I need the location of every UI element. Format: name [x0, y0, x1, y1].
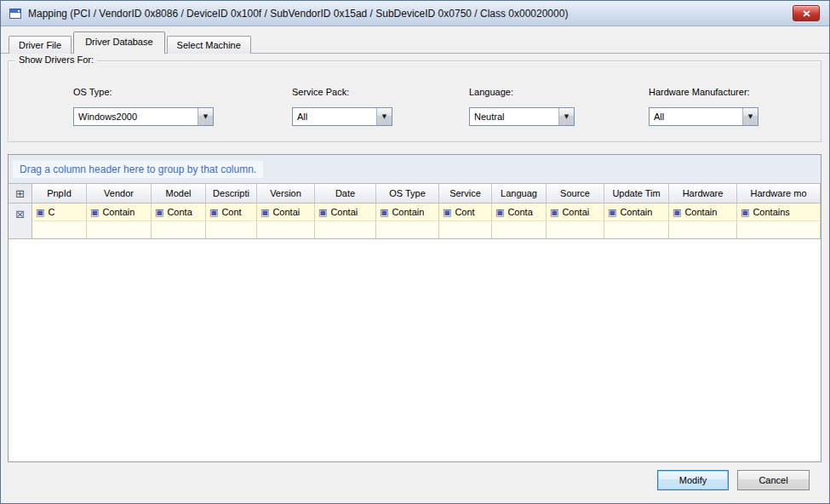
- filter-cell-date[interactable]: ▣Contai: [315, 203, 376, 238]
- tab-driver-file-label: Driver File: [19, 40, 61, 50]
- column-header-service[interactable]: Service: [439, 184, 492, 203]
- column-header-source[interactable]: Source: [547, 184, 604, 203]
- filter-cell-text: Contain: [620, 207, 652, 218]
- filter-cell-hardware[interactable]: ▣Contain: [669, 203, 737, 238]
- filter-condition-icon[interactable]: ▣: [550, 207, 558, 218]
- filter-cell-version[interactable]: ▣Contai: [257, 203, 315, 238]
- tab-driver-file[interactable]: Driver File: [9, 36, 72, 54]
- show-drivers-group-title: Show Drivers For:: [15, 54, 97, 65]
- filter-condition-icon[interactable]: ▣: [90, 207, 99, 218]
- language-dropdown-button[interactable]: ▼: [558, 108, 574, 125]
- title-bar[interactable]: Mapping (PCI / VendorID 0x8086 / DeviceI…: [1, 1, 829, 26]
- filter-condition-icon[interactable]: ▣: [155, 207, 163, 218]
- show-drivers-group: Show Drivers For: OS Type: Windows2000 ▼…: [8, 60, 821, 142]
- column-header-pnpid[interactable]: PnpId: [32, 184, 87, 203]
- column-header-update-tim[interactable]: Update Tim: [604, 184, 669, 203]
- column-header-hardware[interactable]: Hardware: [669, 184, 737, 203]
- grid-customize-button[interactable]: ⊞: [9, 184, 32, 203]
- column-header-descripti[interactable]: Descripti: [206, 184, 257, 203]
- os-type-value: Windows2000: [74, 108, 197, 125]
- filter-condition-icon[interactable]: ▣: [741, 207, 749, 218]
- filter-condition-icon[interactable]: ▣: [36, 207, 44, 218]
- filter-condition-icon[interactable]: ▣: [209, 207, 218, 218]
- column-header-version[interactable]: Version: [257, 184, 315, 203]
- column-header-os-type[interactable]: OS Type: [376, 184, 439, 203]
- tab-select-machine[interactable]: Select Machine: [167, 36, 251, 54]
- filter-condition-icon[interactable]: ▣: [443, 207, 451, 218]
- filter-cell-text: Contai: [330, 207, 358, 218]
- column-header-hardware-mo[interactable]: Hardware mo: [737, 184, 821, 203]
- filter-condition-icon[interactable]: ▣: [495, 207, 504, 218]
- filter-condition-icon[interactable]: ▣: [608, 207, 616, 218]
- grid-filter-row: ⊠ ▣C▣Contain▣Conta▣Cont▣Contai▣Contai▣Co…: [9, 203, 821, 239]
- filter-cell-vendor[interactable]: ▣Contain: [87, 203, 152, 238]
- cancel-button[interactable]: Cancel: [737, 470, 810, 490]
- filter-cell-hardware-mo[interactable]: ▣Contains: [737, 203, 821, 238]
- filter-condition-icon[interactable]: ▣: [260, 207, 269, 218]
- filter-cell-model[interactable]: ▣Conta: [152, 203, 206, 238]
- filter-condition-icon[interactable]: ▣: [673, 207, 681, 218]
- filter-cell-text: Contain: [102, 207, 135, 218]
- filter-cell-text: Cont: [221, 207, 241, 218]
- filter-cell-text: Conta: [507, 207, 532, 218]
- grid-header-row: ⊞ PnpIdVendorModelDescriptiVersionDateOS…: [9, 184, 821, 203]
- column-header-vendor[interactable]: Vendor: [87, 184, 152, 203]
- column-header-model[interactable]: Model: [152, 184, 206, 203]
- tab-strip: Driver File Driver Database Select Machi…: [1, 32, 829, 54]
- filter-cell-text: Contai: [272, 207, 300, 218]
- filter-cell-pnpid[interactable]: ▣C: [32, 203, 87, 238]
- filter-cell-text: Contains: [753, 207, 789, 218]
- tab-driver-database[interactable]: Driver Database: [73, 32, 164, 54]
- filter-condition-icon[interactable]: ▣: [318, 207, 327, 218]
- filter-cell-text: Conta: [167, 207, 192, 218]
- close-icon: [803, 10, 810, 17]
- filter-cell-os-type[interactable]: ▣Contain: [376, 203, 439, 238]
- filter-cell-text: Contai: [562, 207, 589, 218]
- mapping-dialog: Mapping (PCI / VendorID 0x8086 / DeviceI…: [0, 0, 830, 504]
- dropdown-arrow-icon: ▼: [382, 113, 386, 120]
- filter-cell-text: Contain: [684, 207, 717, 218]
- window-title: Mapping (PCI / VendorID 0x8086 / DeviceI…: [28, 1, 778, 26]
- customize-grid-icon: ⊞: [15, 187, 25, 200]
- group-by-panel[interactable]: Drag a column header here to group by th…: [9, 155, 821, 184]
- filter-cell-text: Cont: [455, 207, 474, 218]
- group-by-hint: Drag a column header here to group by th…: [13, 161, 263, 178]
- hardware-manufacturer-select[interactable]: All ▼: [649, 107, 758, 126]
- service-pack-dropdown-button[interactable]: ▼: [376, 108, 392, 125]
- column-header-languag[interactable]: Languag: [492, 184, 547, 203]
- filter-condition-icon[interactable]: ▣: [380, 207, 388, 218]
- filter-cell-source[interactable]: ▣Contai: [547, 203, 604, 238]
- hardware-manufacturer-dropdown-button[interactable]: ▼: [742, 108, 758, 125]
- column-header-date[interactable]: Date: [315, 184, 376, 203]
- dropdown-arrow-icon: ▼: [203, 113, 208, 120]
- filter-row-indicator[interactable]: ⊠: [9, 203, 32, 238]
- filter-cell-service[interactable]: ▣Cont: [439, 203, 492, 238]
- tab-select-machine-label: Select Machine: [177, 40, 241, 50]
- hardware-manufacturer-label: Hardware Manufacturer:: [649, 87, 750, 97]
- filter-cell-update-tim[interactable]: ▣Contain: [604, 203, 669, 238]
- os-type-label: OS Type:: [73, 87, 112, 97]
- dropdown-arrow-icon: ▼: [748, 113, 753, 120]
- filter-cell-languag[interactable]: ▣Conta: [492, 203, 547, 238]
- close-button[interactable]: [793, 5, 820, 21]
- language-label: Language:: [469, 87, 513, 97]
- os-type-dropdown-button[interactable]: ▼: [197, 108, 213, 125]
- tab-driver-database-label: Driver Database: [85, 37, 152, 47]
- driver-grid: Drag a column header here to group by th…: [8, 154, 821, 462]
- service-pack-value: All: [293, 108, 376, 125]
- filter-cell-text: C: [48, 207, 54, 218]
- dropdown-arrow-icon: ▼: [564, 113, 569, 120]
- filter-row-icon: ⊠: [15, 208, 25, 220]
- app-icon: [9, 7, 22, 20]
- modify-button[interactable]: Modify: [657, 470, 729, 490]
- language-value: Neutral: [470, 108, 558, 125]
- language-select[interactable]: Neutral ▼: [469, 107, 575, 126]
- filter-cell-text: Contain: [392, 207, 424, 218]
- filter-cell-descripti[interactable]: ▣Cont: [206, 203, 257, 238]
- os-type-select[interactable]: Windows2000 ▼: [73, 107, 214, 126]
- hardware-manufacturer-value: All: [650, 108, 742, 125]
- grid-body: [9, 239, 821, 461]
- service-pack-label: Service Pack:: [292, 87, 349, 97]
- service-pack-select[interactable]: All ▼: [292, 107, 392, 126]
